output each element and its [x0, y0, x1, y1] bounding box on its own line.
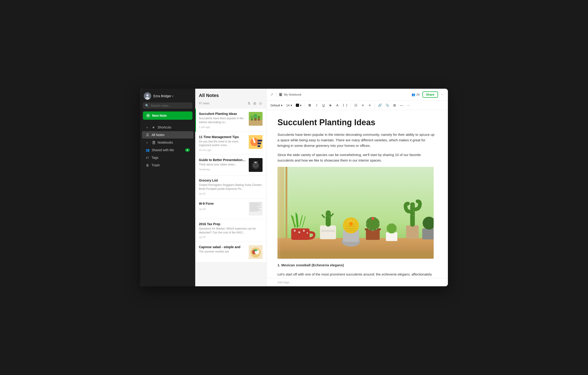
table-button[interactable]: ⊞ — [392, 102, 398, 108]
note-title: Succulent Planting Ideas — [199, 112, 246, 116]
note-date: 1 min ago — [199, 126, 246, 129]
tags-icon: 🏷 — [146, 156, 149, 160]
notes-meta-row: 97 notes ⇅ ⊞ ⊙ — [199, 101, 262, 106]
thumb-mgmt-img — [249, 135, 262, 149]
sidebar-nav: ▶ ★ Shortcuts ☰ All Notes ▶ 📓 Notebooks … — [140, 123, 195, 286]
sidebar-item-all-notes[interactable]: ☰ All Notes — [142, 131, 193, 139]
more-format-button[interactable]: ··· — [405, 102, 411, 108]
color-swatch — [296, 104, 299, 107]
link-button[interactable]: 🔗 — [377, 102, 383, 108]
svg-rect-4 — [249, 120, 262, 126]
editor-image — [277, 167, 434, 259]
note-thumbnail — [249, 245, 262, 259]
editor-panel: ↗ 📓 My Notebook 👥 29 Share ··· Default ▾ — [266, 89, 448, 286]
svg-rect-40 — [321, 230, 335, 232]
svg-point-51 — [349, 222, 353, 226]
new-note-button[interactable]: + New Note — [143, 111, 192, 120]
note-item-presentations[interactable]: Guide to Better Presentations for your B… — [195, 155, 266, 175]
divider — [276, 92, 276, 97]
editor-toolbar-top: ↗ 📓 My Notebook 👥 29 Share ··· — [266, 89, 448, 101]
hr-button[interactable]: — — [399, 102, 404, 108]
underline-button[interactable]: U — [321, 102, 327, 108]
note-title: 11 Time Management Tips — [199, 135, 246, 139]
user-name[interactable]: Ezra Bridger ▾ — [153, 94, 173, 98]
font-family-dropdown[interactable]: Default ▾ — [269, 103, 284, 108]
numbered-list-button[interactable]: ≡ — [367, 102, 373, 108]
chevron-down-icon: ▾ — [172, 95, 173, 97]
svg-rect-33 — [277, 251, 434, 259]
svg-rect-16 — [257, 140, 262, 141]
format-separator — [305, 103, 305, 107]
sidebar-item-shortcuts[interactable]: ▶ ★ Shortcuts — [142, 124, 193, 131]
svg-rect-67 — [386, 232, 397, 241]
numbered-item-text: 1. Mexican snowball (Echeveria elegans) — [277, 263, 344, 267]
note-text-content: Grocery List Grated Parmigiano Reggiano … — [199, 179, 262, 195]
note-thumbnail — [249, 202, 262, 215]
note-text-content: Succulent Planting Ideas Succulents have… — [199, 112, 246, 129]
arrow-icon: ▶ — [146, 126, 149, 129]
svg-rect-41 — [326, 211, 331, 226]
svg-point-1 — [146, 94, 149, 96]
note-text-content: 11 Time Management Tips Do you feel the … — [199, 135, 246, 152]
font-size-dropdown[interactable]: 14 ▾ — [285, 103, 293, 108]
cactus-scene-svg — [277, 167, 434, 259]
note-date: Jul 25 — [199, 208, 246, 211]
notes-list-title: All Notes — [199, 93, 262, 98]
import-button[interactable]: ⊙ — [259, 101, 262, 106]
more-options-button[interactable]: ··· — [441, 92, 444, 97]
notebooks-icon: 📓 — [152, 141, 155, 144]
note-item-w9[interactable]: W-9 Form Jul 25 — [195, 199, 266, 219]
note-preview: Do you feel the need to be more organize… — [199, 140, 246, 148]
sidebar-header: Ezra Bridger ▾ — [140, 89, 195, 102]
note-item-grocery[interactable]: Grocery List Grated Parmigiano Reggiano … — [195, 175, 266, 199]
svg-point-15 — [253, 141, 255, 143]
sort-button[interactable]: ⇅ — [247, 101, 251, 106]
italic-button[interactable]: I — [314, 102, 320, 108]
note-preview: Grated Parmigiano Reggiano Baking Soda C… — [199, 183, 262, 191]
note-text-content: Guide to Better Presentations for your B… — [199, 158, 246, 171]
note-title: W-9 Form — [199, 202, 246, 205]
sidebar: Ezra Bridger ▾ 🔍 + New Note ▶ ★ Shortcut… — [140, 89, 195, 286]
bullet-list-button[interactable]: ≡ — [360, 102, 366, 108]
strikethrough-button[interactable]: S̶ — [327, 102, 334, 108]
view-toggle-button[interactable]: ⊞ — [253, 101, 257, 106]
note-item-tax[interactable]: 2016 Tax Prep Questions for Marilyn: Whi… — [195, 219, 266, 242]
notebook-name: My Notebook — [284, 93, 302, 96]
editor-format-bar: Default ▾ 14 ▾ ▾ B I U S̶ A { } ☑ ≡ ≡ 🔗 — [266, 101, 448, 110]
bold-button[interactable]: B — [307, 102, 313, 108]
note-preview: Questions for Marilyn: Which expenses ca… — [199, 227, 262, 235]
svg-rect-18 — [257, 145, 260, 147]
note-item-time-mgmt[interactable]: 11 Time Management Tips Do you feel the … — [195, 132, 266, 155]
format-separator — [351, 103, 351, 107]
note-date: Jul 25 — [199, 236, 262, 238]
notebook-label[interactable]: 📓 My Notebook — [279, 93, 302, 96]
share-button[interactable]: Share — [422, 91, 438, 98]
note-item-caprese[interactable]: Caprese salad - simple and The summer mo… — [195, 242, 266, 262]
attach-button[interactable]: 📎 — [384, 102, 391, 108]
sidebar-item-tags[interactable]: 🏷 Tags — [142, 154, 193, 161]
sidebar-item-shared[interactable]: 👥 Shared with Me 2 — [142, 146, 193, 154]
svg-rect-17 — [257, 142, 261, 144]
search-bar[interactable]: 🔍 — [143, 102, 192, 109]
share-count: 👥 29 — [412, 93, 420, 96]
sidebar-item-notebooks[interactable]: ▶ 📓 Notebooks — [142, 139, 193, 146]
svg-rect-84 — [422, 228, 434, 239]
search-input[interactable] — [151, 104, 190, 107]
note-item-succulent[interactable]: Succulent Planting Ideas Succulents have… — [195, 109, 266, 132]
trash-icon: 🗑 — [146, 163, 149, 167]
editor-content[interactable]: Succulent Planting Ideas Succulents have… — [266, 110, 448, 278]
checkbox-button[interactable]: ☑ — [353, 102, 359, 108]
svg-point-35 — [294, 230, 296, 232]
highlight-button[interactable]: A — [335, 102, 340, 108]
svg-point-37 — [303, 230, 305, 232]
sidebar-item-trash[interactable]: 🗑 Trash — [142, 161, 193, 169]
font-color-dropdown[interactable]: ▾ — [294, 103, 303, 108]
svg-rect-77 — [410, 203, 415, 226]
svg-rect-10 — [258, 119, 260, 121]
avatar — [144, 92, 151, 100]
notebook-icon: 📓 — [279, 93, 283, 96]
note-preview: The summer months are — [199, 250, 246, 254]
tags-bar[interactable]: Add tags... — [266, 278, 448, 286]
collapse-button[interactable]: ↗ — [270, 92, 273, 97]
code-button[interactable]: { } — [341, 103, 349, 108]
